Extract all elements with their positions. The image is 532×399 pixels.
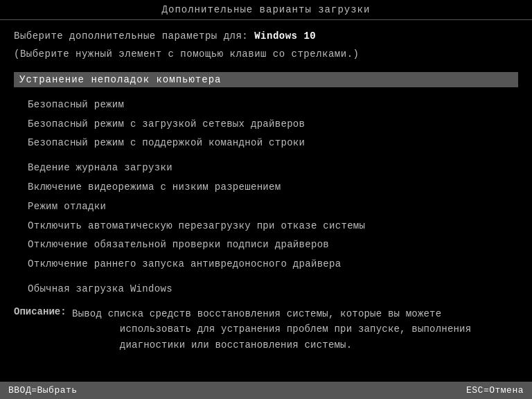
description-text: Вывод списка средств восстановления сист… <box>72 306 471 353</box>
list-item[interactable]: Ведение журнала загрузки <box>28 159 518 178</box>
main-content: Выберите дополнительные параметры для: W… <box>0 20 532 382</box>
list-item[interactable]: Отключение обязательной проверки подписи… <box>28 236 518 255</box>
footer-esc: ESC=Отмена <box>466 385 524 396</box>
list-item[interactable]: Безопасный режим с поддержкой командной … <box>28 134 518 153</box>
menu-section: Безопасный режим Безопасный режим с загр… <box>28 96 518 299</box>
list-item[interactable]: Безопасный режим с загрузкой сетевых дра… <box>28 115 518 134</box>
list-item[interactable]: Обычная загрузка Windows <box>28 280 518 299</box>
description-label: Описание: <box>14 306 66 353</box>
boot-options-screen: Дополнительные варианты загрузки Выберит… <box>0 0 532 399</box>
title-bar: Дополнительные варианты загрузки <box>0 0 532 20</box>
list-item[interactable]: Отключить автоматическую перезагрузку пр… <box>28 217 518 236</box>
footer-bar: ВВОД=Выбрать ESC=Отмена <box>0 382 532 399</box>
subtitle-line1: Выберите дополнительные параметры для: W… <box>14 28 518 44</box>
list-item[interactable]: Безопасный режим <box>28 96 518 115</box>
list-item[interactable]: Отключение раннего запуска антивредоносн… <box>28 255 518 274</box>
os-name: Windows 10 <box>254 30 316 42</box>
list-item[interactable]: Включение видеорежима с низким разрешени… <box>28 178 518 197</box>
list-item[interactable]: Режим отладки <box>28 197 518 217</box>
selected-menu-item[interactable]: Устранение неполадок компьютера <box>14 72 518 87</box>
description-section: Описание: Вывод списка средств восстанов… <box>14 306 518 353</box>
subtitle-line2: (Выберите нужный элемент с помощью клави… <box>14 46 518 62</box>
footer-enter: ВВОД=Выбрать <box>8 385 78 396</box>
title-text: Дополнительные варианты загрузки <box>162 4 371 15</box>
subtitle2-text: (Выберите нужный элемент с помощью клави… <box>14 48 359 60</box>
subtitle1-text: Выберите дополнительные параметры для: <box>14 30 248 42</box>
